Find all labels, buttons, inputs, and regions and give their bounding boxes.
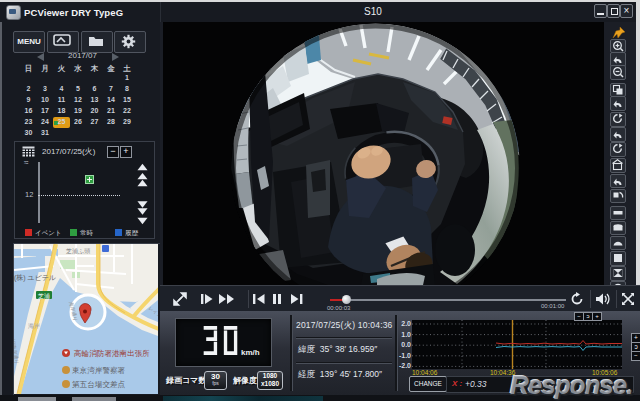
svg-text:km/h: km/h bbox=[241, 348, 260, 357]
svg-text:芝浦: 芝浦 bbox=[38, 293, 50, 300]
svg-text:東京湾岸警察署: 東京湾岸警察署 bbox=[72, 366, 126, 375]
svg-text:芝浦ふ頭: 芝浦ふ頭 bbox=[66, 248, 90, 255]
svg-text:高輪消防署港南出張所: 高輪消防署港南出張所 bbox=[74, 349, 150, 358]
svg-text:(株) ユピテル: (株) ユピテル bbox=[14, 274, 56, 282]
svg-text:海岸: 海岸 bbox=[28, 323, 40, 329]
svg-text:第五台場交差点: 第五台場交差点 bbox=[72, 380, 126, 389]
